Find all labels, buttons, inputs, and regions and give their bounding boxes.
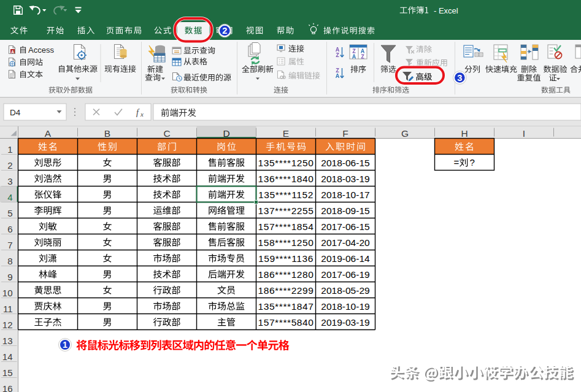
svg-text:1: 1 [7,144,12,155]
svg-text:159****1136: 159****1136 [258,253,314,264]
svg-text:13: 13 [2,336,13,346]
svg-text:5: 5 [7,208,12,218]
svg-text:135****1250: 135****1250 [258,158,314,168]
svg-text:G: G [401,128,409,139]
svg-text:2017-06-19: 2017-06-19 [321,269,369,280]
svg-text:C: C [163,128,170,139]
svg-text:D: D [223,128,229,139]
svg-text:8: 8 [7,256,12,266]
svg-text:?: ? [470,157,475,167]
svg-text:10: 10 [2,288,13,298]
svg-text:D4: D4 [10,108,21,117]
svg-text:=: = [454,157,460,167]
svg-text:2018-10-17: 2018-10-17 [321,190,369,200]
svg-text:136****1840: 136****1840 [258,174,314,184]
svg-text:4: 4 [7,192,12,202]
svg-text:2017-04-20: 2017-04-20 [321,237,370,248]
svg-text:2019-03-19: 2019-03-19 [321,317,369,328]
svg-text:15: 15 [2,367,13,378]
svg-text:158****1250: 158****1250 [258,237,314,248]
svg-text:2018-03-19: 2018-03-19 [321,174,369,184]
svg-text:2018-05-29: 2018-05-29 [321,285,369,296]
svg-text:H: H [461,128,467,139]
svg-text:x: x [140,110,144,118]
svg-text:186****2299: 186****2299 [258,285,314,296]
svg-text:11: 11 [3,304,13,314]
svg-text:Access: Access [28,45,54,55]
svg-text:A: A [45,128,52,139]
svg-text:157****1854: 157****1854 [258,221,314,232]
svg-text:135****1152: 135****1152 [258,190,314,200]
svg-text:12: 12 [2,320,13,330]
svg-text:2018-10-19: 2018-10-19 [321,301,369,312]
svg-text:16: 16 [2,383,13,392]
svg-text:137****2255: 137****2255 [258,206,314,216]
svg-text:157****5840: 157****5840 [258,317,314,328]
svg-text:- Excel: - Excel [434,6,458,15]
svg-text:I: I [523,128,525,139]
svg-text:F: F [342,128,348,139]
svg-text:B: B [104,128,110,139]
svg-text:2019-06-14: 2019-06-14 [321,253,370,264]
svg-text:14: 14 [2,352,13,362]
svg-text:6: 6 [7,224,12,234]
svg-text:3: 3 [7,176,12,186]
svg-text:2017-06-15: 2017-06-15 [321,221,369,232]
svg-text:2: 2 [222,26,227,36]
svg-text:2: 2 [7,160,12,171]
svg-text:186****1280: 186****1280 [258,269,314,280]
svg-text:3: 3 [457,73,462,83]
svg-text:E: E [283,128,289,139]
svg-text:135****1847: 135****1847 [258,301,314,312]
svg-text:1: 1 [63,340,67,350]
svg-text:9: 9 [7,272,12,282]
svg-text:7: 7 [7,240,12,250]
svg-text:A: A [11,50,14,54]
svg-text:2018-06-15: 2018-06-15 [321,158,369,168]
svg-text:2018-09-15: 2018-09-15 [321,206,369,216]
